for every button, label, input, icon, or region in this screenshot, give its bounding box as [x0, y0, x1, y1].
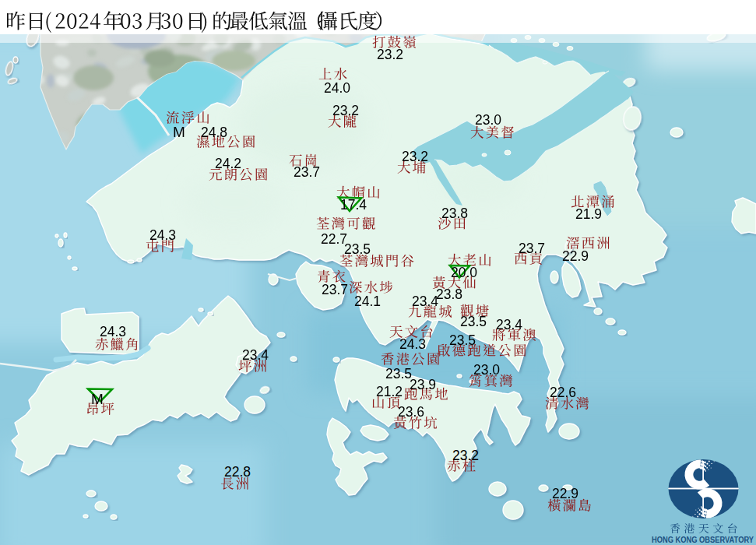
- svg-text:23.5: 23.5: [449, 332, 476, 348]
- svg-text:23.4: 23.4: [412, 294, 438, 309]
- svg-text:24.0: 24.0: [324, 80, 350, 96]
- svg-text:23.5: 23.5: [460, 314, 487, 329]
- svg-text:23.6: 23.6: [398, 404, 424, 420]
- svg-text:23.8: 23.8: [436, 287, 462, 302]
- svg-text:21.9: 21.9: [575, 206, 602, 222]
- svg-text:24.8: 24.8: [201, 125, 227, 140]
- svg-text:23.0: 23.0: [475, 112, 501, 128]
- svg-text:23.2: 23.2: [402, 149, 428, 164]
- svg-text:M: M: [173, 124, 185, 140]
- svg-text:22.6: 22.6: [550, 385, 576, 400]
- svg-text:22.9: 22.9: [562, 248, 589, 264]
- svg-text:23.8: 23.8: [441, 206, 468, 221]
- svg-text:23.0: 23.0: [473, 362, 500, 378]
- svg-text:22.8: 22.8: [224, 464, 251, 480]
- svg-text:23.4: 23.4: [242, 347, 269, 363]
- svg-text:17.4: 17.4: [340, 197, 367, 213]
- svg-text:23.2: 23.2: [377, 47, 403, 62]
- svg-text:24.3: 24.3: [100, 324, 126, 339]
- svg-text:23.2: 23.2: [332, 103, 359, 118]
- svg-text:HONG KONG OBSERVATORY: HONG KONG OBSERVATORY: [652, 535, 754, 544]
- svg-text:23.5: 23.5: [344, 241, 371, 257]
- svg-text:24.2: 24.2: [215, 156, 241, 171]
- svg-text:23.2: 23.2: [452, 448, 479, 463]
- svg-text:24.1: 24.1: [354, 294, 381, 309]
- svg-text:24.3: 24.3: [149, 227, 176, 243]
- svg-text:22.7: 22.7: [321, 231, 347, 247]
- svg-text:21.2: 21.2: [376, 384, 403, 399]
- svg-text:23.7: 23.7: [519, 241, 545, 256]
- svg-text:M: M: [91, 391, 104, 407]
- svg-text:24.3: 24.3: [399, 336, 426, 352]
- svg-text:23.7: 23.7: [322, 282, 348, 297]
- svg-text:23.7: 23.7: [294, 164, 320, 180]
- svg-text:20.0: 20.0: [451, 265, 477, 280]
- svg-text:23.5: 23.5: [385, 366, 412, 382]
- svg-text:23.4: 23.4: [496, 317, 522, 332]
- svg-text:22.9: 22.9: [552, 486, 578, 501]
- svg-text:23.9: 23.9: [410, 377, 436, 392]
